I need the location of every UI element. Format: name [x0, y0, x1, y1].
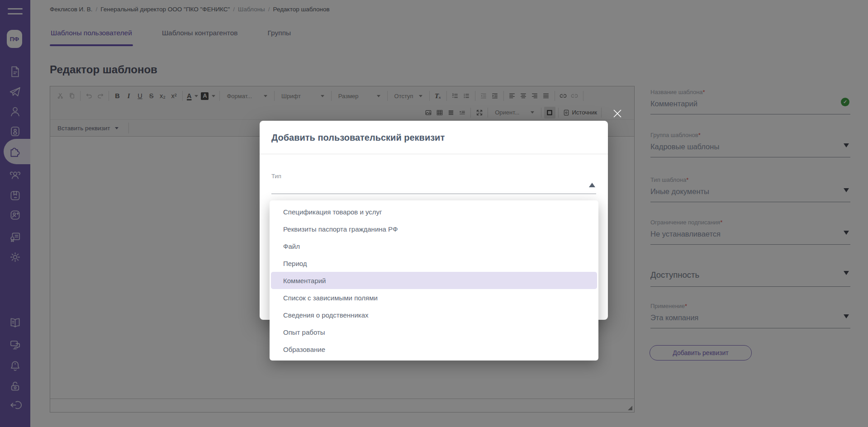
type-select-input[interactable]	[271, 194, 596, 194]
dropdown-option[interactable]: Образование	[270, 341, 598, 358]
template-editor-screen: ПФ	[0, 0, 868, 427]
modal-title: Добавить пользовательский реквизит	[271, 133, 596, 143]
close-icon	[611, 115, 624, 122]
type-select-label: Тип	[271, 173, 596, 180]
dropdown-option[interactable]: Комментарий	[271, 272, 597, 289]
dropdown-option[interactable]: Файл	[270, 237, 598, 255]
dropdown-option[interactable]: Спецификация товаров и услуг	[270, 203, 598, 220]
chevron-up-icon[interactable]	[589, 183, 595, 187]
modal-header: Добавить пользовательский реквизит	[260, 121, 608, 154]
modal-body: Тип	[260, 154, 608, 194]
dropdown-option[interactable]: Список с зависимыми полями	[270, 289, 598, 306]
dropdown-option[interactable]: Реквизиты паспорта гражданина РФ	[270, 220, 598, 237]
type-options-list: Спецификация товаров и услугРеквизиты па…	[270, 203, 598, 358]
dropdown-option[interactable]: Опыт работы	[270, 323, 598, 341]
dropdown-option[interactable]: Сведения о родственниках	[270, 306, 598, 323]
close-modal-button[interactable]	[611, 107, 624, 120]
dropdown-option[interactable]: Период	[270, 255, 598, 272]
type-options-dropdown: Спецификация товаров и услугРеквизиты па…	[270, 200, 598, 361]
